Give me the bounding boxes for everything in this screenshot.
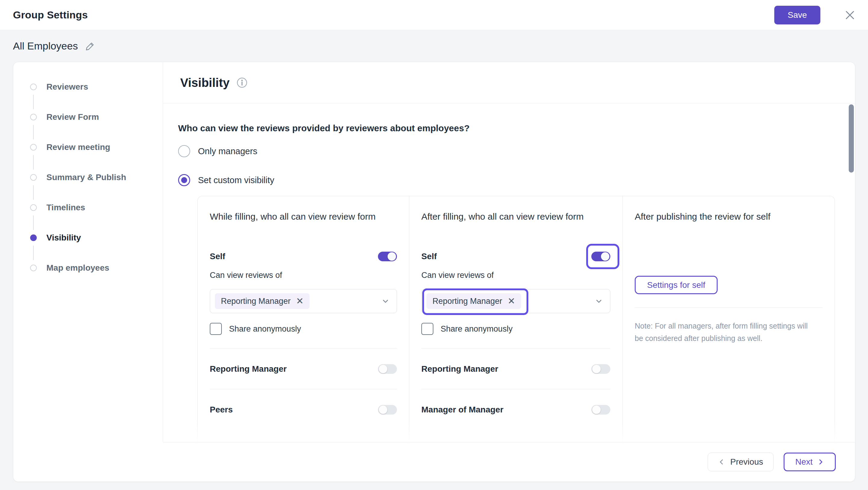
chip-remove-icon[interactable]: ✕ xyxy=(507,296,515,306)
step-circle-icon xyxy=(30,114,37,120)
highlighted-toggle-wrap xyxy=(591,252,610,261)
self-toggle-row: Self xyxy=(421,250,610,263)
toggle-knob xyxy=(592,405,601,414)
chip-remove-icon[interactable]: ✕ xyxy=(296,296,304,306)
reporting-manager-toggle[interactable] xyxy=(378,364,397,374)
group-name: All Employees xyxy=(13,40,78,52)
save-button[interactable]: Save xyxy=(774,6,820,24)
stepper-item-label: Review Form xyxy=(46,112,99,122)
chip-label: Reporting Manager xyxy=(433,296,502,306)
breadcrumb: All Employees xyxy=(0,30,868,62)
share-checkbox[interactable] xyxy=(210,323,222,335)
stepper-item-timelines[interactable]: Timelines xyxy=(13,193,163,223)
manager-of-manager-toggle[interactable] xyxy=(591,405,610,414)
chip-label: Reporting Manager xyxy=(221,296,290,306)
column-header: After filling, who all can view review f… xyxy=(421,211,610,223)
stepper-item-review-meeting[interactable]: Review meeting xyxy=(13,132,163,162)
section-heading-row: Visibility xyxy=(163,62,855,104)
toggle-row-label: Peers xyxy=(210,405,233,414)
divider xyxy=(421,348,610,348)
can-view-select[interactable]: Reporting Manager ✕ xyxy=(210,289,397,313)
radio-circle-icon[interactable] xyxy=(178,145,190,157)
step-circle-icon xyxy=(30,204,37,211)
toggle-knob xyxy=(379,405,387,414)
radio-set-custom-visibility[interactable]: Set custom visibility xyxy=(178,174,855,186)
can-view-label: Can view reviews of xyxy=(421,270,610,281)
share-label: Share anonymously xyxy=(229,324,301,334)
reporting-manager-toggle-row: Reporting Manager xyxy=(421,363,610,376)
page-title: Group Settings xyxy=(13,9,88,21)
share-checkbox[interactable] xyxy=(421,323,433,335)
toggle-row-label: Reporting Manager xyxy=(210,364,287,374)
next-label: Next xyxy=(795,457,813,467)
self-label: Self xyxy=(210,252,225,261)
divider xyxy=(635,308,823,308)
vertical-scrollbar-thumb[interactable] xyxy=(849,105,854,173)
info-icon[interactable] xyxy=(236,77,248,88)
toggle-knob xyxy=(388,252,396,261)
stepper-item-visibility[interactable]: Visibility xyxy=(13,223,163,253)
selected-tag-chip: Reporting Manager ✕ xyxy=(427,293,521,309)
stepper-item-label: Summary & Publish xyxy=(46,173,126,182)
section-title: Visibility xyxy=(180,76,230,90)
column-header: While filling, who all can view review f… xyxy=(210,211,397,223)
toggle-knob xyxy=(601,252,610,261)
previous-button[interactable]: Previous xyxy=(708,453,774,471)
column-after-publishing: After publishing the review for self Set… xyxy=(622,196,835,442)
top-bar-actions: Save xyxy=(774,6,856,24)
self-toggle[interactable] xyxy=(591,252,610,261)
close-icon[interactable] xyxy=(844,9,856,21)
column-after-filling: After filling, who all can view review f… xyxy=(409,196,622,442)
stepper-item-label: Map employees xyxy=(46,263,110,273)
peers-toggle[interactable] xyxy=(378,405,397,414)
radio-label: Set custom visibility xyxy=(198,175,274,185)
step-circle-icon xyxy=(30,174,37,181)
managers-note: Note: For all managers, after form filli… xyxy=(635,320,815,345)
divider xyxy=(421,389,610,389)
self-toggle[interactable] xyxy=(378,252,397,261)
toggle-row-label: Reporting Manager xyxy=(421,364,498,374)
share-anonymously-row[interactable]: Share anonymously xyxy=(421,323,610,335)
can-view-label: Can view reviews of xyxy=(210,270,397,281)
stepper-item-reviewers[interactable]: Reviewers xyxy=(13,72,163,102)
stepper-sidebar: Reviewers Review Form Review meeting Sum… xyxy=(13,62,163,442)
toggle-knob xyxy=(592,365,601,373)
edit-pencil-icon[interactable] xyxy=(85,41,95,51)
selected-tag-chip: Reporting Manager ✕ xyxy=(215,293,310,309)
stepper-item-review-form[interactable]: Review Form xyxy=(13,102,163,132)
divider xyxy=(210,389,397,389)
settings-for-self-button[interactable]: Settings for self xyxy=(635,276,718,294)
radio-circle-checked-icon[interactable] xyxy=(178,174,190,186)
radio-label: Only managers xyxy=(198,146,257,156)
share-anonymously-row[interactable]: Share anonymously xyxy=(210,323,397,335)
share-label: Share anonymously xyxy=(441,324,513,334)
chevron-down-icon[interactable] xyxy=(381,297,390,305)
stepper-item-label: Visibility xyxy=(46,233,81,242)
previous-label: Previous xyxy=(730,457,763,467)
toggle-row-label: Manager of Manager xyxy=(421,405,503,414)
radio-only-managers[interactable]: Only managers xyxy=(178,145,855,157)
group-settings-page: { "header": { "title": "Group Settings",… xyxy=(0,0,868,490)
step-circle-active-icon xyxy=(30,234,37,241)
manager-of-manager-toggle-row: Manager of Manager xyxy=(421,403,610,416)
footer-actions: Previous Next xyxy=(163,442,855,482)
next-button[interactable]: Next xyxy=(784,453,836,471)
chevron-left-icon xyxy=(718,459,725,465)
toggle-knob xyxy=(379,365,387,373)
chevron-down-icon[interactable] xyxy=(595,297,603,305)
reporting-manager-toggle-row: Reporting Manager xyxy=(210,363,397,376)
can-view-select[interactable]: Reporting Manager ✕ xyxy=(421,289,610,313)
stepper-list: Reviewers Review Form Review meeting Sum… xyxy=(13,62,163,283)
reporting-manager-toggle[interactable] xyxy=(591,364,610,374)
step-circle-icon xyxy=(30,84,37,90)
column-header: After publishing the review for self xyxy=(635,211,823,223)
chevron-right-icon xyxy=(817,459,824,465)
stepper-item-label: Timelines xyxy=(46,203,85,212)
stepper-item-label: Review meeting xyxy=(46,142,110,152)
settings-scroll-area: Who can view the reviews provided by rev… xyxy=(163,104,855,442)
stepper-item-summary-publish[interactable]: Summary & Publish xyxy=(13,162,163,193)
visibility-question: Who can view the reviews provided by rev… xyxy=(178,122,855,134)
stepper-item-map-employees[interactable]: Map employees xyxy=(13,253,163,283)
top-bar: Group Settings Save xyxy=(0,0,868,30)
peers-toggle-row: Peers xyxy=(210,403,397,416)
